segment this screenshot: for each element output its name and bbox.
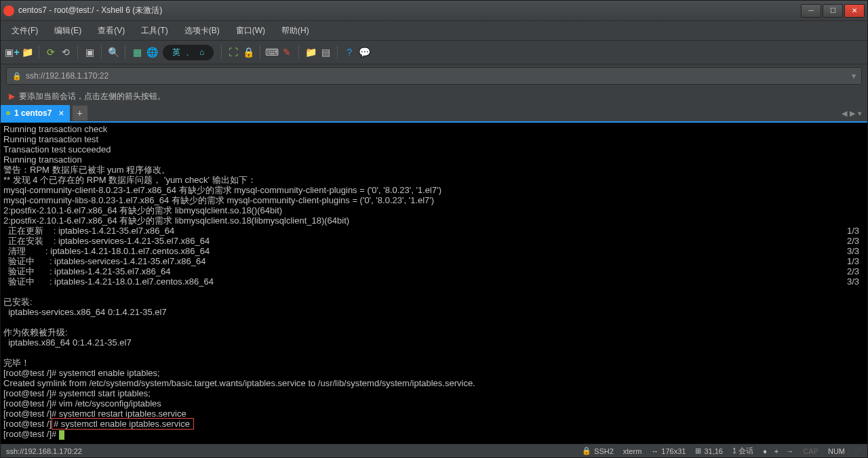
status-ssh: SSH2 [594,447,614,455]
status-cap: CAP [803,447,818,455]
flag-icon: ▶ [9,91,15,101]
menu-tools[interactable]: 工具(T) [136,22,173,39]
close-button[interactable]: ✕ [844,4,865,18]
status-url: ssh://192.168.1.170:22 [6,447,582,455]
ime-lang: 英 [172,47,180,58]
folder2-icon[interactable]: 📁 [304,46,317,58]
tab-label: 1 centos7 [14,108,52,118]
status-pos: 31,16 [704,447,723,455]
menubar: 文件(F) 编辑(E) 查看(V) 工具(T) 选项卡(B) 窗口(W) 帮助(… [1,21,867,40]
menu-edit[interactable]: 编辑(E) [49,22,87,39]
ime-dot: 、 [186,47,194,58]
maximize-button[interactable]: ☐ [823,4,843,18]
globe-icon[interactable]: 🌐 [146,46,158,58]
info-bar: ▶ 要添加当前会话，点击左侧的箭头按钮。 [1,87,867,105]
dropdown-icon[interactable]: ▾ [852,71,856,81]
pos-icon: ⊞ [695,446,701,455]
status-num: NUM [828,447,845,455]
terminal[interactable]: Running transaction checkRunning transac… [1,123,867,444]
ime-house-icon: ⌂ [199,47,204,57]
address-url: ssh://192.168.1.170:22 [26,71,108,81]
cube-icon[interactable]: ▦ [131,46,143,58]
status-lock-icon: 🔒 [582,446,591,455]
tab-next-icon[interactable]: ▶ [850,109,855,118]
menu-file[interactable]: 文件(F) [6,22,43,39]
nav-left-icon[interactable]: ♦ [763,447,767,455]
address-bar[interactable]: 🔒 ssh://192.168.1.170:22 ▾ [6,67,862,85]
titlebar: centos7 - root@test:/ - Xshell 6 (未激活) ─… [1,1,867,21]
tab-list-icon[interactable]: ▾ [858,109,862,118]
ime-indicator: 英 、 ⌂ [163,45,214,60]
help-icon[interactable]: ? [343,46,355,58]
view-icon[interactable]: ▤ [319,46,332,58]
status-size: 176x31 [661,447,686,455]
toolbar: ▣+ 📁 ⟳ ⟲ ▣ 🔍 ▦ 🌐 英 、 ⌂ ⛶ 🔒 ⌨ ✎ 📁 ▤ ? 💬 [1,40,867,64]
tab-status-dot [6,111,10,115]
info-message: 要添加当前会话，点击左侧的箭头按钮。 [19,91,165,102]
copy-icon[interactable]: ▣ [83,46,96,58]
menu-window[interactable]: 窗口(W) [231,22,271,39]
menu-tabs[interactable]: 选项卡(B) [179,22,225,39]
status-sessions: 1 会话 [732,446,753,456]
highlight-icon[interactable]: ✎ [281,46,293,58]
open-folder-icon[interactable]: 📁 [21,46,33,58]
tab-close-icon[interactable]: × [58,108,64,119]
minimize-button[interactable]: ─ [801,4,821,18]
nav-right-icon[interactable]: → [786,447,793,455]
resize-grip-icon[interactable]: ⋰ [854,446,862,455]
app-icon [3,5,14,16]
disconnect-icon[interactable]: ⟲ [60,46,72,58]
size-icon: ↔ [651,447,658,455]
chat-icon[interactable]: 💬 [358,46,370,58]
nav-up-icon[interactable]: + [774,447,778,455]
tab-prev-icon[interactable]: ◀ [842,109,847,118]
tab-add-button[interactable]: + [73,106,87,121]
statusbar: ssh://192.168.1.170:22 🔒SSH2 xterm ↔176x… [1,444,867,457]
lock-icon: 🔒 [12,72,22,81]
menu-view[interactable]: 查看(V) [92,22,130,39]
window-title: centos7 - root@test:/ - Xshell 6 (未激活) [18,5,801,16]
status-term: xterm [623,447,642,455]
new-session-icon[interactable]: ▣+ [6,46,18,58]
find-icon[interactable]: 🔍 [107,46,119,58]
fullscreen-icon[interactable]: ⛶ [227,46,239,58]
reconnect-icon[interactable]: ⟳ [45,46,57,58]
keyboard-icon[interactable]: ⌨ [266,46,278,58]
tab-bar: 1 centos7 × + ◀ ▶ ▾ [1,105,867,123]
tab-centos7[interactable]: 1 centos7 × [1,105,70,121]
lock-toolbar-icon[interactable]: 🔒 [242,46,254,58]
menu-help[interactable]: 帮助(H) [276,22,315,39]
